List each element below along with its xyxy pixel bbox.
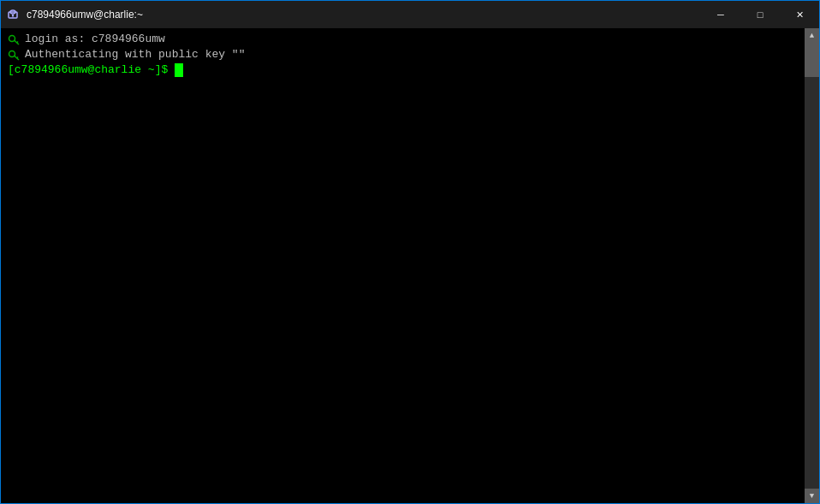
titlebar: c7894966umw@charlie:~ ─ □ ✕ — [1, 1, 819, 28]
window-body: login as: c7894966umw Authenticating wit… — [1, 28, 819, 503]
scrollbar-down-button[interactable]: ▼ — [805, 489, 819, 503]
login-line: login as: c7894966umw — [25, 32, 165, 47]
titlebar-controls: ─ □ ✕ — [701, 1, 819, 28]
scrollbar-track[interactable] — [805, 43, 819, 489]
terminal-window: c7894966umw@charlie:~ ─ □ ✕ login as: c7… — [0, 0, 820, 504]
terminal-line: Authenticating with public key "" — [8, 47, 798, 62]
minimize-button[interactable]: ─ — [701, 1, 740, 28]
scrollbar-thumb[interactable] — [805, 43, 819, 77]
svg-line-9 — [17, 57, 19, 59]
auth-line: Authenticating with public key "" — [25, 47, 245, 62]
terminal-line: login as: c7894966umw — [8, 32, 798, 47]
titlebar-left: c7894966umw@charlie:~ — [8, 8, 143, 21]
key-icon-1 — [8, 33, 21, 46]
svg-line-6 — [17, 42, 19, 44]
terminal-icon — [8, 8, 21, 21]
svg-point-2 — [12, 15, 14, 16]
scrollbar: ▲ ▼ — [805, 28, 819, 503]
scrollbar-up-button[interactable]: ▲ — [805, 28, 819, 43]
close-button[interactable]: ✕ — [780, 1, 819, 28]
key-icon-2 — [8, 48, 21, 62]
cursor — [175, 63, 183, 77]
terminal-line: [c7894966umw@charlie ~]$ — [8, 62, 798, 78]
prompt-line: [c7894966umw@charlie ~]$ — [8, 62, 183, 78]
window-title: c7894966umw@charlie:~ — [27, 9, 143, 21]
maximize-button[interactable]: □ — [740, 1, 780, 28]
terminal-area[interactable]: login as: c7894966umw Authenticating wit… — [1, 28, 805, 503]
